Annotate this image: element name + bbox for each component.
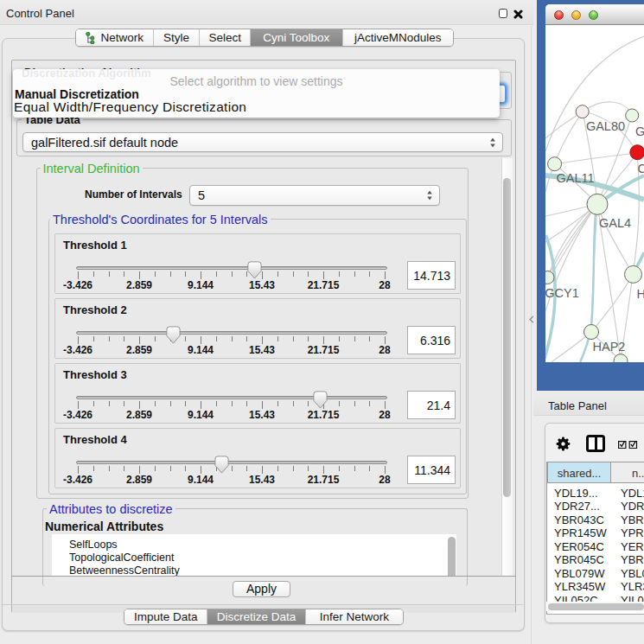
svg-text:H: H [637,287,644,301]
svg-text:GAL80: GAL80 [586,119,625,133]
svg-text:C: C [638,162,644,175]
svg-text:HAP2: HAP2 [593,340,626,354]
svg-text:GAL4: GAL4 [599,216,631,230]
svg-text:GCY1: GCY1 [545,286,579,300]
svg-text:GA: GA [635,124,644,138]
svg-text:GAL11: GAL11 [556,171,594,185]
